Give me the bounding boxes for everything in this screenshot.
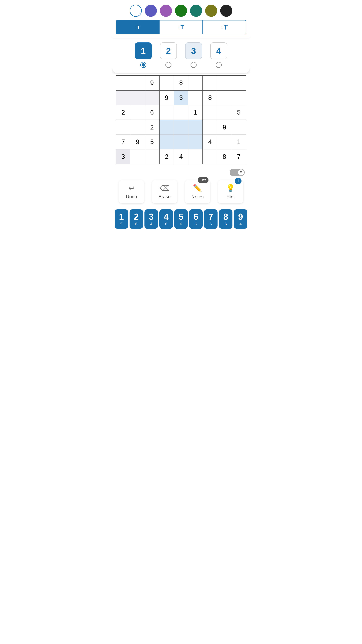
num-btn-1[interactable]: 1 5 [115, 209, 128, 229]
difficulty-radio-3[interactable] [191, 62, 197, 68]
cell-r1c9[interactable] [232, 76, 246, 90]
num-btn-6[interactable]: 6 6 [189, 209, 203, 229]
cell-r2c6[interactable] [188, 90, 203, 105]
cell-r6c6[interactable] [188, 150, 203, 164]
font-size-small-button[interactable]: ↕T [116, 20, 159, 34]
cell-r2c3[interactable] [145, 90, 159, 105]
hint-count-badge: 1 [235, 178, 242, 184]
cell-r4c6[interactable] [188, 120, 203, 135]
cell-r6c7[interactable] [203, 150, 217, 164]
cell-r6c8[interactable]: 8 [217, 150, 232, 164]
cell-r3c2[interactable] [130, 105, 145, 120]
font-size-large-button[interactable]: ↕T [203, 20, 246, 34]
cell-r1c8[interactable] [217, 76, 232, 90]
color-white[interactable] [130, 5, 142, 17]
cell-r3c7[interactable] [203, 105, 217, 120]
cell-r5c8[interactable] [217, 135, 232, 150]
cell-r4c5[interactable] [174, 120, 188, 135]
cell-r2c5[interactable]: 3 [174, 90, 188, 105]
some-toggle[interactable]: ⚙ [230, 169, 245, 176]
difficulty-box-2[interactable]: 2 [160, 42, 177, 59]
undo-button[interactable]: ↩ Undo [119, 180, 144, 203]
color-purple-light[interactable] [160, 5, 172, 17]
cell-r2c7[interactable]: 8 [203, 90, 217, 105]
font-size-row: ↕T ↕T ↕T [112, 20, 250, 37]
cell-r4c1[interactable] [116, 120, 130, 135]
cell-r4c4[interactable] [159, 120, 174, 135]
cell-r2c1[interactable] [116, 90, 130, 105]
color-olive[interactable] [205, 5, 217, 17]
num-btn-4[interactable]: 4 6 [159, 209, 173, 229]
difficulty-1[interactable]: 1 [135, 42, 152, 68]
cell-r4c8[interactable]: 9 [217, 120, 232, 135]
cell-r4c7[interactable] [203, 120, 217, 135]
color-teal[interactable] [190, 5, 202, 17]
difficulty-radio-1[interactable] [140, 62, 146, 68]
cell-r6c9[interactable]: 7 [232, 150, 246, 164]
num-main-8: 8 [223, 212, 228, 221]
cell-r6c5[interactable]: 4 [174, 150, 188, 164]
notes-icon: ✏️ [193, 184, 202, 192]
cell-r1c7[interactable] [203, 76, 217, 90]
num-btn-3[interactable]: 3 4 [144, 209, 158, 229]
cell-r5c4[interactable] [159, 135, 174, 150]
num-sub-9: 4 [240, 222, 242, 226]
cell-r1c5[interactable]: 8 [174, 76, 188, 90]
cell-r6c4[interactable]: 2 [159, 150, 174, 164]
cell-r5c1[interactable]: 7 [116, 135, 130, 150]
difficulty-box-1[interactable]: 1 [135, 42, 152, 59]
num-sub-7: 6 [210, 222, 212, 226]
cell-r5c3[interactable]: 5 [145, 135, 159, 150]
num-btn-9[interactable]: 9 4 [234, 209, 247, 229]
cell-r5c2[interactable]: 9 [130, 135, 145, 150]
cell-r6c2[interactable] [130, 150, 145, 164]
difficulty-box-4[interactable]: 4 [210, 42, 227, 59]
cell-r5c5[interactable] [174, 135, 188, 150]
cell-r5c6[interactable] [188, 135, 203, 150]
cell-r4c2[interactable] [130, 120, 145, 135]
difficulty-2[interactable]: 2 [160, 42, 177, 68]
cell-r2c8[interactable] [217, 90, 232, 105]
color-black[interactable] [220, 5, 232, 17]
num-btn-5[interactable]: 5 6 [174, 209, 188, 229]
cell-r6c3[interactable] [145, 150, 159, 164]
num-btn-8[interactable]: 8 6 [219, 209, 232, 229]
difficulty-box-3[interactable]: 3 [185, 42, 202, 59]
num-sub-4: 6 [165, 222, 167, 226]
color-purple-dark[interactable] [145, 5, 157, 17]
cell-r1c3[interactable]: 9 [145, 76, 159, 90]
num-main-3: 3 [149, 212, 154, 221]
cell-r5c7[interactable]: 4 [203, 135, 217, 150]
difficulty-radio-2[interactable] [165, 62, 171, 68]
difficulty-3[interactable]: 3 [185, 42, 202, 68]
difficulty-radio-4[interactable] [216, 62, 222, 68]
font-size-medium-button[interactable]: ↕T [159, 20, 203, 34]
cell-r3c1[interactable]: 2 [116, 105, 130, 120]
notes-button[interactable]: Off ✏️ Notes [185, 180, 210, 203]
num-btn-2[interactable]: 2 6 [130, 209, 143, 229]
cell-r1c1[interactable] [116, 76, 130, 90]
cell-r1c2[interactable] [130, 76, 145, 90]
cell-r5c9[interactable]: 1 [232, 135, 246, 150]
num-sub-5: 6 [180, 222, 182, 226]
cell-r1c6[interactable] [188, 76, 203, 90]
color-green-dark[interactable] [175, 5, 187, 17]
cell-r3c8[interactable] [217, 105, 232, 120]
cell-r3c9[interactable]: 5 [232, 105, 246, 120]
cell-r2c9[interactable] [232, 90, 246, 105]
num-btn-7[interactable]: 7 6 [204, 209, 218, 229]
cell-r3c4[interactable] [159, 105, 174, 120]
cell-r4c3[interactable]: 2 [145, 120, 159, 135]
difficulty-4[interactable]: 4 [210, 42, 227, 68]
hint-button[interactable]: 1 💡 Hint [218, 180, 243, 203]
cell-r3c3[interactable]: 6 [145, 105, 159, 120]
cell-r4c9[interactable] [232, 120, 246, 135]
cell-r6c1[interactable]: 3 [116, 150, 130, 164]
cell-r2c2[interactable] [130, 90, 145, 105]
erase-button[interactable]: ⌫ Erase [152, 180, 177, 203]
cell-r1c4[interactable] [159, 76, 174, 90]
cell-r3c5[interactable] [174, 105, 188, 120]
cell-r2c4[interactable]: 9 [159, 90, 174, 105]
table-row: 3 2 4 8 7 [116, 150, 246, 164]
cell-r3c6[interactable]: 1 [188, 105, 203, 120]
